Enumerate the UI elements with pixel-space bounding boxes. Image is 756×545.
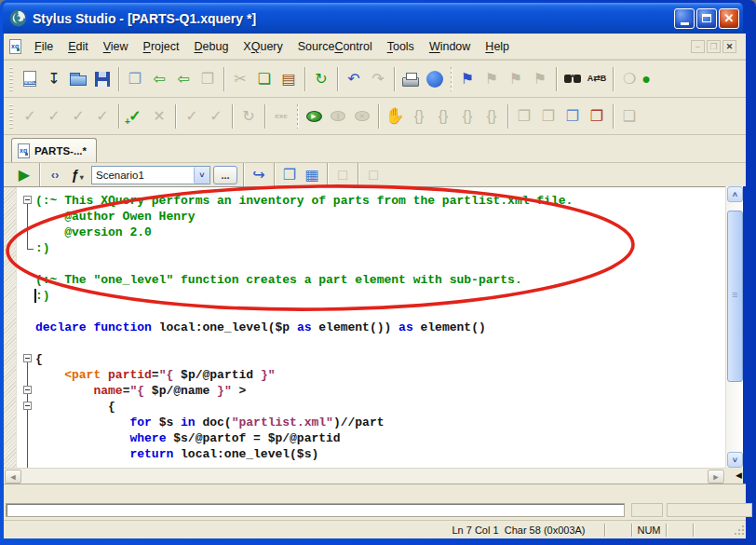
code-editor[interactable]: (:~ This XQuery performs an inventory of… [4, 186, 725, 468]
preview-in-browser-icon[interactable]: ❐ [278, 165, 301, 185]
toolbar-grip[interactable] [9, 67, 13, 91]
toolbar-separator [223, 67, 224, 91]
scenario-extra-2-icon: □ [362, 165, 385, 185]
close-button[interactable]: ✕ [719, 8, 739, 29]
refresh-validation-icon: ↻ [236, 104, 261, 129]
stop-debugging-icon: ✕ [350, 104, 374, 129]
toolbar-separator [358, 163, 358, 187]
menu-edit[interactable]: Edit [61, 37, 96, 56]
num-lock-indicator: NUM [632, 525, 666, 536]
new-window-icon[interactable]: ❐ [123, 67, 147, 91]
scenario-toolbar: ▶‹›ƒ Scenario1 ˅ ... ↪❐▦□□ [4, 162, 746, 186]
toolbar-separator [118, 67, 119, 91]
menu-help[interactable]: Help [478, 37, 517, 56]
code-line: return local:one_level($s) [35, 446, 573, 462]
toolbar-separator [613, 104, 614, 129]
toolbar-grip[interactable] [9, 104, 13, 129]
menu-project[interactable]: Project [136, 37, 187, 56]
next-bookmark-icon: ⚑ [504, 67, 528, 91]
find-icon[interactable] [560, 67, 585, 91]
stylesheet-editor-icon[interactable]: ❐ [585, 104, 609, 129]
print-icon[interactable] [398, 67, 423, 91]
xquery-file-icon [18, 143, 30, 158]
open-file-icon[interactable] [66, 67, 90, 91]
validate-document-icon: ✓ [18, 104, 42, 129]
chevron-down-icon[interactable]: ˅ [194, 167, 209, 184]
cascade-windows-icon[interactable]: ❐ [560, 104, 585, 129]
code-lines: (:~ This XQuery performs an inventory of… [35, 193, 573, 462]
scroll-left-button[interactable]: ◄ [5, 470, 21, 484]
find-validation-icon: ✓ [204, 104, 228, 129]
help-icon[interactable] [423, 67, 447, 91]
fold-marker[interactable] [23, 386, 32, 394]
minimize-button[interactable] [674, 8, 695, 29]
open-mapper-icon[interactable]: ▦ [301, 165, 323, 185]
code-line: where $s/@partof = $p/@partid [35, 430, 573, 446]
view-tab-bar: XQuery SourceMapper [4, 484, 746, 502]
scroll-right-button[interactable]: ► [708, 470, 724, 484]
fold-marker[interactable] [23, 196, 32, 204]
code-line: :) [35, 240, 573, 256]
vertical-scroll-thumb[interactable] [727, 211, 743, 382]
toolbar-separator [507, 104, 508, 129]
window-title: Stylus Studio - [PARTS-Q1.xquery *] [33, 11, 674, 26]
code-line [35, 304, 573, 320]
scroll-down-button[interactable]: ˅ [727, 452, 743, 468]
goto-definition-icon[interactable]: ↪ [248, 165, 270, 185]
new-wsdl-document-icon[interactable] [18, 67, 42, 91]
maximize-button[interactable] [696, 8, 717, 29]
menu-file[interactable]: File [27, 37, 61, 56]
scroll-up-button[interactable]: ˄ [727, 186, 743, 202]
menu-window[interactable]: Window [422, 37, 478, 56]
refresh-icon[interactable]: ↻ [309, 67, 333, 91]
clear-bookmarks-icon: ⚑ [528, 67, 552, 91]
lock-document-icon: ❐ [196, 67, 220, 91]
menu-view[interactable]: View [96, 37, 136, 56]
scenario-combobox[interactable]: Scenario1 ˅ [91, 166, 210, 184]
undo-icon[interactable]: ↶ [342, 67, 366, 91]
vertical-scrollbar[interactable]: ˄ ˅ [725, 186, 743, 468]
menu-debug[interactable]: Debug [187, 37, 236, 56]
step-out-icon: {} [455, 104, 479, 129]
save-all-icon[interactable]: ↧ [42, 67, 66, 91]
fold-marker[interactable] [23, 354, 32, 362]
code-line: (:~ The "one_level" function creates a p… [35, 272, 573, 288]
preview-result-icon[interactable]: ▶ [13, 165, 35, 185]
xml-markup-icon[interactable]: ‹› [44, 165, 66, 185]
selection-margin[interactable] [4, 187, 17, 468]
document-tab-parts[interactable]: PARTS-...* [11, 138, 97, 162]
splitter-arrow-icon[interactable]: ◀ [736, 470, 742, 480]
open-next-document-icon[interactable]: ⇦ [171, 67, 196, 91]
function-list-icon[interactable]: ƒ [66, 165, 88, 185]
add-validation-engine-icon[interactable]: ✓ [123, 104, 147, 129]
code-line: @author Owen Henry [35, 209, 573, 225]
resize-grip[interactable] [733, 524, 746, 537]
document-tab-bar: PARTS-...* [4, 134, 746, 162]
fold-marker[interactable] [23, 402, 32, 410]
menu-sourcecontrol[interactable]: SourceControl [290, 37, 380, 56]
toggle-bookmark-icon[interactable]: ⚑ [455, 67, 479, 91]
replace-icon[interactable]: A⇄B [585, 67, 609, 91]
mdi-close-button[interactable]: ✕ [722, 40, 736, 53]
toolbar-standard: ↧❐⇦⇦❐✂❏▤↻↶↷⚑⚑⚑⚑A⇄B❍● [4, 60, 746, 97]
text-cursor [34, 289, 36, 303]
horizontal-scrollbar[interactable]: ◄ ► [4, 468, 725, 484]
paste-icon[interactable]: ▤ [277, 67, 301, 91]
breakpoint-hand-icon[interactable]: ✋ [383, 104, 407, 129]
code-line: (:~ This XQuery performs an inventory of… [35, 193, 573, 209]
edge-clipped-icon[interactable]: ● [641, 67, 651, 91]
code-line: name="{ $p/@name }" > [35, 383, 573, 399]
start-debugging-icon[interactable] [302, 104, 326, 129]
validate-previous-icon: ✓ [66, 104, 90, 129]
run-to-cursor-icon: {} [479, 104, 504, 129]
code-line: for $s in doc("partlist.xml")//part [35, 415, 573, 430]
save-file-icon[interactable] [90, 67, 115, 91]
expression-field[interactable] [6, 503, 625, 517]
fold-tick [27, 249, 34, 250]
open-previous-document-icon[interactable]: ⇦ [147, 67, 171, 91]
scenario-browse-button[interactable]: ... [213, 166, 237, 184]
copy-icon[interactable]: ❏ [252, 67, 277, 91]
menu-tools[interactable]: Tools [380, 37, 422, 56]
toolbar-separator [327, 163, 328, 187]
menu-xquery[interactable]: XQuery [236, 37, 290, 56]
